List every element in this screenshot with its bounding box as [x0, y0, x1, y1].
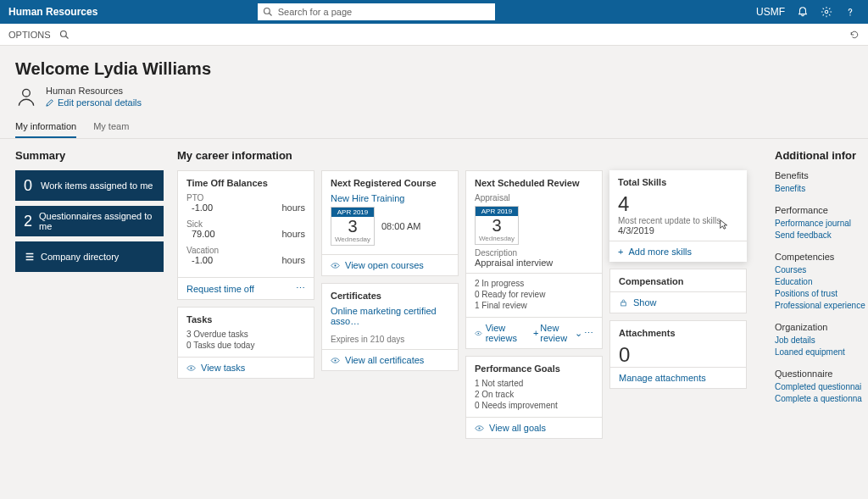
card-col-2: Next Registered Course New Hire Training… — [321, 170, 459, 439]
link-group: OrganizationJob detailsLoaned equipment — [775, 322, 868, 357]
sidebar-link[interactable]: Positions of trust — [775, 289, 868, 298]
sidebar-link[interactable]: Courses — [775, 265, 868, 274]
search-placeholder: Search for a page — [278, 7, 352, 17]
help-icon[interactable] — [844, 6, 856, 18]
bell-icon[interactable] — [797, 6, 809, 18]
svg-point-7 — [334, 264, 336, 266]
sidebar-link[interactable]: Complete a questionna — [775, 394, 868, 403]
request-time-off-link[interactable]: Request time off⋯ — [178, 277, 314, 299]
search-icon — [263, 7, 273, 17]
summary-tile-list: 0 Work items assigned to me 2 Questionna… — [15, 170, 164, 272]
topbar-right: USMF — [756, 6, 868, 18]
sidebar-link[interactable]: Job details — [775, 335, 868, 345]
svg-point-0 — [264, 8, 270, 14]
new-review-link[interactable]: + New review ⌄ ⋯ — [533, 323, 593, 343]
lock-icon — [619, 298, 628, 308]
pencil-icon — [46, 98, 54, 107]
top-nav-bar: Human Resources Search for a page USMF — [0, 0, 868, 24]
tile-work-items[interactable]: 0 Work items assigned to me — [15, 170, 164, 201]
card-col-3: Next Scheduled Review Appraisal APR 2019… — [465, 170, 603, 439]
options-bar: OPTIONS — [0, 24, 868, 46]
refresh-icon[interactable] — [849, 30, 860, 40]
card-compensation: Compensation Show — [609, 269, 747, 313]
options-search-icon[interactable] — [59, 30, 70, 40]
edit-personal-details-link[interactable]: Edit personal details — [46, 97, 142, 108]
gear-icon[interactable] — [821, 6, 832, 18]
sidebar-link[interactable]: Performance journal — [775, 219, 868, 228]
svg-point-2 — [825, 10, 828, 14]
ellipsis-icon[interactable]: ⋯ — [584, 328, 593, 339]
company-code[interactable]: USMF — [756, 6, 785, 18]
svg-point-9 — [478, 332, 480, 334]
career-column: My career information Time Off Balances … — [177, 149, 761, 439]
sidebar-link[interactable]: Benefits — [775, 184, 868, 193]
svg-line-4 — [65, 36, 68, 38]
view-reviews-link[interactable]: View reviews — [475, 323, 528, 343]
card-certificates: Certificates Online marketing certified … — [321, 283, 459, 371]
search-wrap: Search for a page — [258, 3, 495, 20]
svg-point-5 — [23, 89, 31, 97]
eye-icon — [186, 363, 196, 373]
link-group: BenefitsBenefits — [775, 170, 868, 193]
card-time-off: Time Off Balances PTO -1.00hours Sick 79… — [177, 170, 314, 300]
card-next-review: Next Scheduled Review Appraisal APR 2019… — [465, 170, 603, 349]
tile-questionnaires[interactable]: 2 Questionnaires assigned to me — [15, 206, 164, 236]
tab-my-information[interactable]: My information — [15, 116, 76, 138]
eye-icon — [475, 424, 484, 433]
card-col-4: Total Skills 4 Most recent update to ski… — [609, 170, 747, 439]
svg-line-1 — [269, 14, 271, 16]
link-group-title: Competencies — [775, 252, 868, 262]
manage-attachments-link[interactable]: Manage attachments — [610, 367, 746, 388]
eye-icon — [331, 261, 340, 270]
card-next-course: Next Registered Course New Hire Training… — [321, 170, 459, 276]
tab-my-team[interactable]: My team — [93, 116, 129, 138]
person-icon — [15, 86, 37, 108]
view-all-certificates-link[interactable]: View all certificates — [322, 349, 458, 370]
chevron-down-icon: ⌄ — [575, 328, 582, 339]
skills-count: 4 — [609, 192, 747, 216]
eye-icon — [331, 356, 340, 365]
card-performance-goals: Performance Goals 1 Not started 2 On tra… — [465, 356, 603, 439]
options-label[interactable]: OPTIONS — [0, 30, 51, 40]
course-name-link[interactable]: New Hire Training — [331, 193, 449, 203]
sidebar-link[interactable]: Completed questionnai — [775, 382, 868, 391]
additional-info-title: Additional infor — [775, 149, 868, 162]
certificate-link[interactable]: Online marketing certified asso… — [331, 306, 449, 326]
card-col-1: Time Off Balances PTO -1.00hours Sick 79… — [177, 170, 314, 439]
summary-column: Summary 0 Work items assigned to me 2 Qu… — [15, 149, 164, 439]
svg-point-10 — [478, 427, 480, 429]
calendar-tile: APR 2019 3 Wednesday — [475, 206, 519, 245]
add-more-skills-link[interactable]: +Add more skills — [609, 241, 747, 262]
ellipsis-icon[interactable]: ⋯ — [296, 283, 305, 294]
career-title: My career information — [177, 149, 761, 162]
persona-text: Human Resources Edit personal details — [46, 86, 142, 108]
additional-info-column: Additional infor BenefitsBenefitsPerform… — [775, 149, 868, 439]
summary-title: Summary — [15, 149, 164, 162]
svg-point-3 — [60, 30, 66, 36]
view-tasks-link[interactable]: View tasks — [178, 357, 314, 378]
view-all-goals-link[interactable]: View all goals — [466, 417, 602, 438]
sidebar-link[interactable]: Loaned equipment — [775, 347, 868, 357]
link-group-title: Organization — [775, 322, 868, 332]
link-group-title: Benefits — [775, 170, 868, 180]
sidebar-link[interactable]: Professional experience — [775, 301, 868, 310]
card-tasks: Tasks 3 Overdue tasks 0 Tasks due today … — [177, 307, 314, 379]
show-compensation-link[interactable]: Show — [610, 291, 746, 313]
link-group: CompetenciesCoursesEducationPositions of… — [775, 252, 868, 310]
link-group-title: Questionnaire — [775, 369, 868, 379]
department-label: Human Resources — [46, 86, 142, 96]
search-input[interactable]: Search for a page — [258, 3, 495, 20]
sidebar-link[interactable]: Education — [775, 277, 868, 286]
sidebar-link[interactable]: Send feedback — [775, 230, 868, 240]
svg-point-6 — [190, 367, 192, 369]
view-open-courses-link[interactable]: View open courses — [322, 254, 458, 275]
tabs: My information My team — [0, 116, 868, 139]
page-title: Welcome Lydia Williams — [15, 59, 853, 79]
main-content: Summary 0 Work items assigned to me 2 Qu… — [0, 139, 868, 439]
link-group: QuestionnaireCompleted questionnaiComple… — [775, 369, 868, 403]
tile-company-directory[interactable]: Company directory — [15, 241, 164, 272]
calendar-tile: APR 2019 3 Wednesday — [331, 207, 375, 246]
card-attachments: Attachments 0 Manage attachments — [609, 320, 747, 389]
link-group-title: Performance — [775, 205, 868, 215]
link-group: PerformancePerformance journalSend feedb… — [775, 205, 868, 240]
